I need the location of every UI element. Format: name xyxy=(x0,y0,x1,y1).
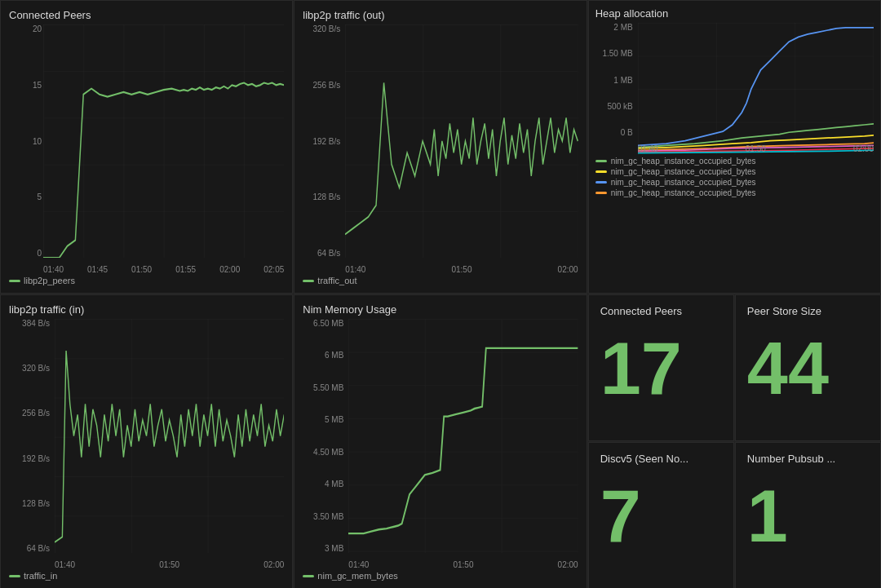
legend-dot-nim xyxy=(303,575,314,577)
panel-title-connected: Connected Peers xyxy=(9,9,284,21)
metric-title-pubsub: Number Pubsub ... xyxy=(747,453,869,465)
heap-legend-orange: nim_gc_heap_instance_occupied_bytes xyxy=(595,188,874,197)
metric-title-connected: Connected Peers xyxy=(600,305,722,317)
metric-peer-store: Peer Store Size 44 xyxy=(735,294,881,441)
metric-title-peer-store: Peer Store Size xyxy=(747,305,869,317)
panel-libp2p-out: libp2p traffic (out) 320 B/s256 B/s192 B… xyxy=(294,0,587,294)
panel-nim-mem: Nim Memory Usage 6.50 MB6 MB5.50 MB5 MB4… xyxy=(294,294,587,588)
legend-label-nim: nim_gc_mem_bytes xyxy=(317,571,397,581)
panel-title-heap: Heap allocation xyxy=(595,7,874,20)
chart-libp2p-in: 384 B/s320 B/s256 B/s192 B/s128 B/s64 B/… xyxy=(9,319,284,569)
panel-libp2p-in: libp2p traffic (in) 384 B/s320 B/s256 B/… xyxy=(0,294,293,588)
y-labels-out: 320 B/s256 B/s192 B/s128 B/s64 B/s xyxy=(303,24,342,258)
metric-value-connected: 17 xyxy=(600,332,722,405)
heap-legend-green: nim_gc_heap_instance_occupied_bytes xyxy=(595,157,874,166)
x-labels-heap: 01:4001:5002:00 xyxy=(638,144,874,153)
metric-value-pubsub: 1 xyxy=(747,480,869,553)
legend-dot-in xyxy=(9,575,20,577)
metric-pubsub: Number Pubsub ... 1 xyxy=(735,442,881,588)
y-labels-connected: 20151050 xyxy=(9,24,43,258)
x-labels-in: 01:4001:5002:00 xyxy=(55,560,284,569)
chart-connected-peers: 20151050 01:4001:4501:5001:5502:0002:05 xyxy=(9,24,284,274)
panel-heap: Heap allocation 2 MB1.50 MB1 MB500 kB0 B xyxy=(588,0,881,294)
svg-rect-3 xyxy=(55,319,284,553)
legend-in: traffic_in xyxy=(9,571,284,581)
panel-connected-peers: Connected Peers 20151050 01:40 xyxy=(0,0,293,294)
heap-legend-blue: nim_gc_heap_instance_occupied_bytes xyxy=(595,178,874,187)
metric-discv5: Discv5 (Seen No... 7 xyxy=(588,442,734,588)
legend-label-out: traffic_out xyxy=(317,276,356,285)
panel-title-nim-mem: Nim Memory Usage xyxy=(303,303,578,316)
legend-dot-out xyxy=(303,280,314,282)
metric-value-peer-store: 44 xyxy=(747,332,869,405)
inner-chart-in xyxy=(55,319,284,553)
legend-connected: libp2p_peers xyxy=(9,276,284,285)
metric-connected-peers: Connected Peers 17 xyxy=(588,294,734,441)
heap-legend-yellow: nim_gc_heap_instance_occupied_bytes xyxy=(595,167,874,176)
panel-title-libp2p-in: libp2p traffic (in) xyxy=(9,303,284,316)
inner-chart-out xyxy=(345,24,578,258)
legend-label-connected: libp2p_peers xyxy=(24,276,75,285)
legend-label-in: traffic_in xyxy=(24,571,57,581)
svg-rect-4 xyxy=(348,319,578,553)
x-labels-connected: 01:4001:4501:5001:5502:0002:05 xyxy=(43,265,284,274)
inner-chart-heap xyxy=(638,23,874,137)
chart-libp2p-out: 320 B/s256 B/s192 B/s128 B/s64 B/s 01:40… xyxy=(303,24,578,274)
svg-rect-2 xyxy=(638,23,874,155)
legend-dot-connected xyxy=(9,280,20,282)
y-labels-nim: 6.50 MB6 MB5.50 MB5 MB4.50 MB4 MB3.50 MB… xyxy=(303,319,345,553)
legend-out: traffic_out xyxy=(303,276,578,285)
legend-nim: nim_gc_mem_bytes xyxy=(303,571,578,581)
y-labels-in: 384 B/s320 B/s256 B/s192 B/s128 B/s64 B/… xyxy=(9,319,51,553)
inner-chart-nim xyxy=(348,319,578,553)
heap-legends: nim_gc_heap_instance_occupied_bytes nim_… xyxy=(595,157,874,197)
chart-nim-mem: 6.50 MB6 MB5.50 MB5 MB4.50 MB4 MB3.50 MB… xyxy=(303,319,578,569)
x-labels-out: 01:4001:5002:00 xyxy=(345,265,578,274)
inner-chart-connected xyxy=(43,24,284,258)
y-labels-heap: 2 MB1.50 MB1 MB500 kB0 B xyxy=(595,23,635,137)
metric-value-discv5: 7 xyxy=(600,480,722,553)
metric-title-discv5: Discv5 (Seen No... xyxy=(600,453,722,465)
metrics-grid: Connected Peers 17 Peer Store Size 44 Di… xyxy=(588,294,881,588)
panel-title-libp2p-out: libp2p traffic (out) xyxy=(303,9,578,21)
svg-rect-0 xyxy=(43,24,284,258)
dashboard: Connected Peers 20151050 01:40 xyxy=(0,0,881,588)
x-labels-nim: 01:4001:5002:00 xyxy=(348,560,578,569)
heap-chart-area: 2 MB1.50 MB1 MB500 kB0 B xyxy=(595,23,874,153)
